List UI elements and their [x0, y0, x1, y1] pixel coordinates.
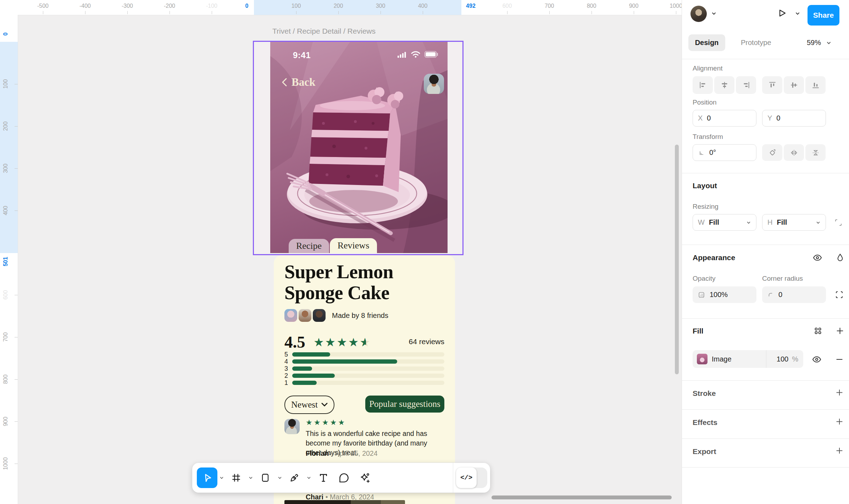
vertical-ruler[interactable]: 01002003004005016007008009001000 [0, 15, 18, 504]
zoom-control[interactable]: 59% [807, 34, 832, 51]
canvas[interactable]: Trivet / Recipe Detail / Reviews [0, 0, 682, 504]
eye-icon [812, 253, 822, 263]
friend-avatar [284, 309, 297, 322]
sort-dropdown[interactable]: Newest [284, 396, 334, 414]
frame-icon [231, 472, 242, 483]
align-v-center-button[interactable] [784, 76, 804, 94]
chevron-down-icon [321, 403, 328, 407]
rating-bar-row: 3 [284, 366, 444, 371]
ruler-tick [127, 11, 128, 14]
back-label: Back [292, 76, 315, 89]
tab-design[interactable]: Design [688, 34, 725, 51]
rotate-button[interactable] [762, 144, 782, 161]
play-icon [776, 8, 787, 18]
vertical-scrollbar[interactable] [675, 145, 679, 374]
plus-icon [835, 388, 844, 397]
ruler-tick [15, 84, 18, 84]
visibility-button[interactable] [812, 253, 822, 263]
independent-corners-button[interactable] [834, 290, 844, 299]
review-photo [284, 500, 405, 504]
opacity-field[interactable]: 100% [693, 286, 756, 303]
blend-mode-button[interactable] [835, 253, 845, 263]
account-menu[interactable] [711, 11, 717, 16]
constraints-button[interactable] [834, 218, 843, 227]
align-left-button[interactable] [693, 76, 713, 94]
plus-icon [835, 417, 844, 426]
add-stroke-button[interactable] [835, 388, 844, 397]
chevron-down-icon [277, 475, 282, 480]
rating-bar-row: 2 [284, 374, 444, 378]
move-tool-menu[interactable] [217, 475, 226, 480]
move-tool[interactable] [197, 467, 217, 488]
resizing-label: Resizing [693, 203, 718, 211]
rating-bar-fill [292, 366, 312, 371]
export-header: Export [693, 447, 716, 456]
width-resizing-dropdown[interactable]: WFill [693, 214, 756, 231]
align-top-button[interactable] [762, 76, 782, 94]
ruler-tick [43, 11, 43, 14]
x-position-field[interactable]: X0 [693, 110, 756, 127]
chevron-down-icon [826, 40, 832, 46]
popular-suggestions-button[interactable]: Popular suggestions [365, 396, 444, 413]
shape-tool[interactable] [255, 467, 276, 488]
account-avatar[interactable] [690, 6, 707, 22]
user-avatar[interactable] [424, 74, 444, 94]
phone-frame[interactable]: 9:41 [254, 42, 461, 253]
rating-bar-track [292, 374, 444, 378]
fill-row[interactable]: Image 100 % [693, 350, 803, 368]
height-resizing-dropdown[interactable]: HFill [762, 214, 826, 231]
ruler-tick [296, 11, 296, 14]
tab-prototype[interactable]: Prototype [735, 34, 777, 51]
pen-tool-menu[interactable] [305, 475, 313, 480]
share-button[interactable]: Share [808, 5, 839, 26]
ruler-label: 600 [496, 3, 518, 9]
comment-tool[interactable] [334, 467, 354, 488]
ruler-corner [0, 0, 18, 15]
pen-tool[interactable] [284, 467, 305, 488]
zoom-level: 59% [807, 39, 821, 47]
frame-tool[interactable] [226, 467, 246, 488]
ruler-label: 600 [2, 284, 9, 306]
remove-fill-button[interactable] [834, 354, 844, 364]
toolbar: </> [192, 463, 490, 493]
fill-opacity-unit: % [792, 355, 798, 363]
corner-radius-field[interactable]: 0 [762, 286, 826, 303]
image-fill-thumbnail[interactable] [697, 354, 708, 364]
rotation-field[interactable]: 0° [693, 144, 756, 161]
shape-tool-menu[interactable] [276, 475, 284, 480]
add-export-button[interactable] [835, 446, 844, 455]
align-right-button[interactable] [736, 76, 756, 94]
add-fill-button[interactable] [835, 326, 845, 336]
text-tool[interactable] [313, 467, 334, 488]
present-menu[interactable] [795, 11, 800, 16]
present-button[interactable] [776, 8, 787, 18]
rating-bar-row: 4 [284, 359, 444, 364]
frame-title-label[interactable]: Trivet / Recipe Detail / Reviews [272, 27, 376, 35]
align-bottom-button[interactable] [805, 76, 826, 94]
tab-recipe[interactable]: Recipe [289, 239, 329, 253]
actions-tool[interactable] [354, 467, 375, 488]
cake-photo [270, 42, 448, 253]
fill-visibility-button[interactable] [812, 354, 822, 364]
position-label: Position [693, 99, 717, 106]
add-effect-button[interactable] [835, 417, 844, 426]
dev-mode-toggle[interactable]: </> [456, 467, 487, 488]
y-position-field[interactable]: Y0 [762, 110, 826, 127]
friend-avatar [299, 309, 311, 322]
made-by-label: Made by 8 friends [332, 312, 388, 320]
align-h-center-button[interactable] [714, 76, 734, 94]
flip-horizontal-button[interactable] [784, 144, 804, 161]
fill-opacity-value[interactable]: 100 [766, 355, 788, 363]
back-button[interactable]: Back [281, 76, 315, 89]
rating-bar-track [292, 381, 444, 385]
fill-styles-button[interactable] [813, 326, 823, 336]
horizontal-ruler[interactable]: -500-400-300-200-10001002003004004926007… [0, 0, 682, 15]
flip-vertical-button[interactable] [805, 144, 826, 161]
effects-header: Effects [693, 418, 717, 427]
fill-type: Image [712, 355, 732, 363]
tab-reviews[interactable]: Reviews [330, 238, 377, 253]
ruler-label: -100 [201, 3, 222, 9]
ruler-label: 100 [2, 73, 9, 95]
horizontal-scrollbar[interactable] [492, 495, 672, 499]
frame-tool-menu[interactable] [246, 475, 255, 480]
